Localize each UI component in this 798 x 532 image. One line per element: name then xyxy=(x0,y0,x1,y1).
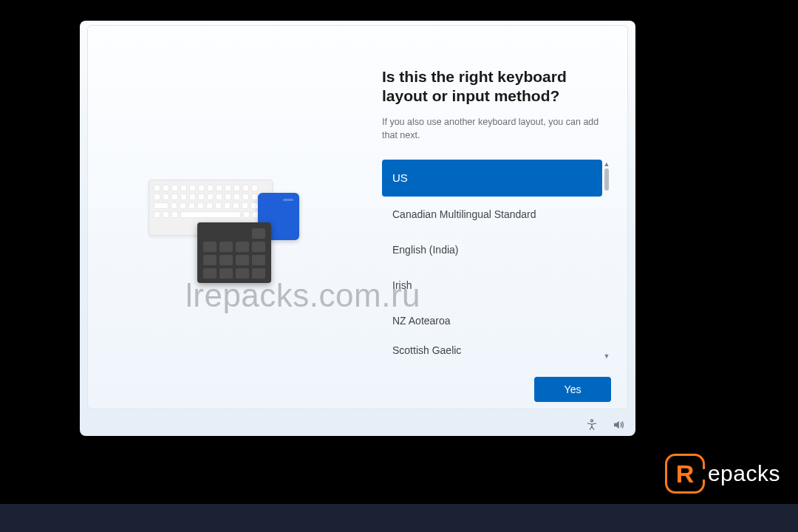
layout-option-label: English (India) xyxy=(392,244,459,256)
oobe-taskbar xyxy=(585,418,625,432)
oobe-window: lrepacks.com.ru Is this the right keyboa… xyxy=(80,21,635,436)
scrollbar-track[interactable] xyxy=(604,168,609,352)
layout-option-label: Canadian Multilingual Standard xyxy=(392,208,536,220)
scroll-down-arrow-icon[interactable]: ▼ xyxy=(602,352,611,361)
layout-option[interactable]: Scottish Gaelic xyxy=(382,338,602,361)
accessibility-icon[interactable] xyxy=(585,418,598,432)
layout-option[interactable]: NZ Aotearoa xyxy=(382,303,602,338)
scrollbar-thumb[interactable] xyxy=(604,168,609,191)
layout-option[interactable]: Canadian Multilingual Standard xyxy=(382,197,602,232)
layout-option[interactable]: English (India) xyxy=(382,232,602,267)
layout-option[interactable]: US xyxy=(382,160,602,197)
content-pane: Is this the right keyboard layout or inp… xyxy=(382,26,627,409)
site-brand-logo: R epacks xyxy=(665,454,780,494)
keyboard-illustration xyxy=(149,180,311,305)
keyboard-layout-list-container: US Canadian Multilingual Standard Englis… xyxy=(382,160,611,361)
list-scrollbar[interactable]: ▲ ▼ xyxy=(602,160,611,361)
dialog-footer: Yes xyxy=(382,361,611,402)
layout-option-label: US xyxy=(392,171,408,184)
page-subtitle: If you also use another keyboard layout,… xyxy=(382,115,611,142)
volume-icon[interactable] xyxy=(612,418,625,432)
keyboard-layout-list[interactable]: US Canadian Multilingual Standard Englis… xyxy=(382,160,602,361)
brand-badge-icon: R xyxy=(665,454,705,494)
page-bottom-bar xyxy=(0,504,798,532)
layout-option[interactable]: Irish xyxy=(382,267,602,303)
layout-option-label: Scottish Gaelic xyxy=(392,344,461,356)
illustration-pane: lrepacks.com.ru xyxy=(88,26,382,409)
numpad-dark-icon xyxy=(197,222,271,283)
scroll-up-arrow-icon[interactable]: ▲ xyxy=(602,160,611,168)
oobe-card: lrepacks.com.ru Is this the right keyboa… xyxy=(87,25,628,409)
page-title: Is this the right keyboard layout or inp… xyxy=(382,67,611,106)
layout-option-label: NZ Aotearoa xyxy=(392,315,451,327)
layout-option-label: Irish xyxy=(392,279,412,291)
svg-point-0 xyxy=(591,420,593,422)
yes-button[interactable]: Yes xyxy=(534,377,611,402)
brand-text: epacks xyxy=(708,461,780,486)
